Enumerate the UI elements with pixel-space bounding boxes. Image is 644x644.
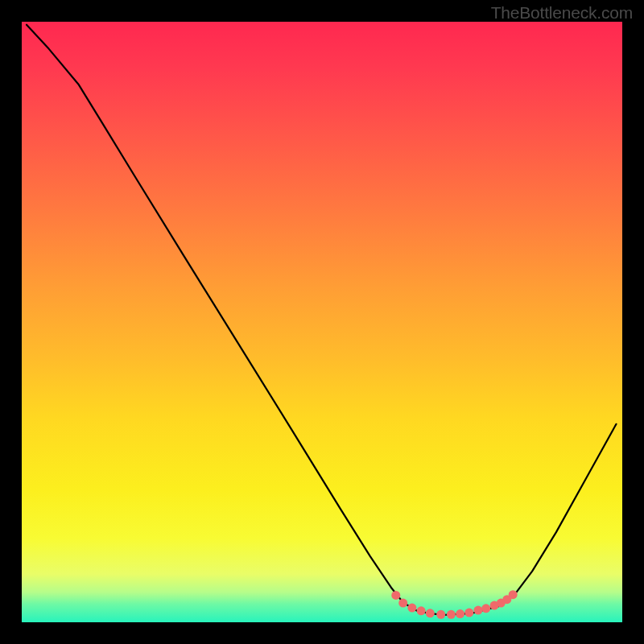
chart-plot-area <box>22 22 622 622</box>
curve-marker <box>436 610 445 619</box>
curve-marker <box>474 606 483 615</box>
curve-marker <box>417 606 426 615</box>
curve-marker <box>447 610 456 619</box>
curve-marker <box>456 609 464 618</box>
watermark-text: TheBottleneck.com <box>491 3 633 23</box>
curve-markers <box>391 590 517 619</box>
curve-marker <box>509 590 518 599</box>
bottleneck-curve <box>27 25 617 615</box>
curve-marker <box>464 609 473 617</box>
curve-marker <box>426 609 435 617</box>
curve-marker <box>391 591 400 600</box>
curve-marker <box>407 604 416 613</box>
curve-marker <box>398 599 407 608</box>
chart-svg-layer <box>22 22 622 622</box>
curve-marker <box>481 604 490 613</box>
